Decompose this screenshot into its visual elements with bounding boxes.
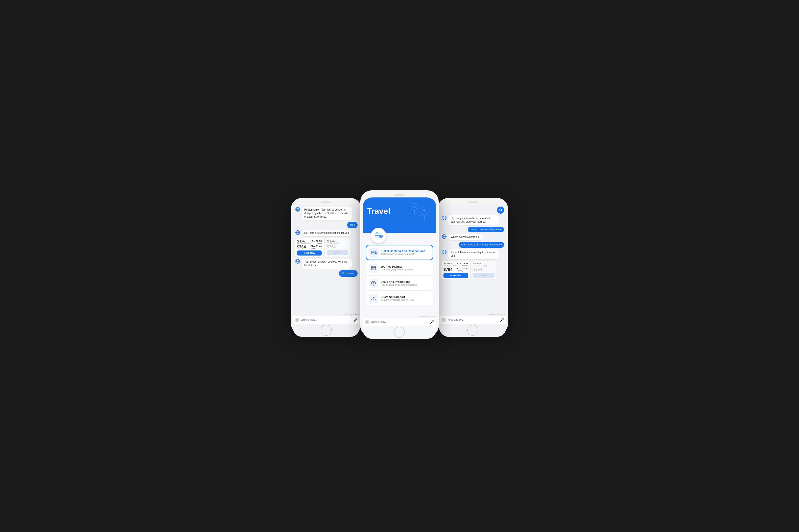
- chat-footer: ✕ 🎤: [363, 318, 436, 326]
- menu-item-text: Journey Planner I can help you plan your…: [381, 265, 413, 271]
- user-bubble: San Francisco on 28th July from Sydney.: [459, 242, 504, 248]
- message-row: Ok. Thanks.: [295, 270, 358, 277]
- flight-card-dim: Air India 22h 15m (1 Stop) › $764 Book: [471, 261, 496, 280]
- bot-avatar: [441, 215, 447, 221]
- menu-item-ticket-booking[interactable]: Ticket Booking And Reservations Get help…: [366, 245, 433, 260]
- mic-icon[interactable]: 🎤: [430, 320, 434, 324]
- user-bubble: Ok. Thanks.: [339, 270, 358, 277]
- flight-src-city: Sydney: [457, 270, 468, 272]
- message-row: San Francisco on 28th July from Sydney.: [441, 242, 504, 248]
- bot-bubble: Perfect! Here are some flight options fo…: [448, 249, 499, 259]
- message-row: Your ticket has been booked. Here are th…: [295, 259, 358, 269]
- message-row: Ok. Here are some flight options for you: [295, 230, 358, 236]
- menu-item-subtitle: Request immediate help on issue: [381, 299, 414, 301]
- menu-item-title: Journey Planner: [381, 265, 413, 268]
- flight-card-dim: Air India 22h 15m (1 Stop) › $764 Book: [325, 239, 350, 257]
- close-button[interactable]: ✕: [295, 318, 299, 322]
- flight-card-active[interactable]: Air India 22h 15m (1 Stop) FCS 20:55 Fra…: [441, 261, 470, 280]
- airline-name: Air India: [297, 240, 311, 242]
- close-button[interactable]: ✕: [441, 318, 446, 322]
- user-bubble: Can you book me a flight ticket?: [468, 227, 504, 232]
- menu-item-customer-support[interactable]: Customer Support Request immediate help …: [366, 291, 433, 305]
- menu-item-subtitle: I can help you plan your journey: [381, 268, 413, 271]
- flight-cards: Air India 22h 15m (1 Stop) LDN 20:55 Lon…: [295, 239, 358, 257]
- bot-bubble: Hi Stephanie. Your flight to London is d…: [302, 207, 352, 220]
- airline-name: Air India: [443, 262, 457, 265]
- flight-stops: 22h 15m (1 Stop): [473, 265, 487, 266]
- svg-point-12: [413, 206, 416, 208]
- mic-icon[interactable]: 🎤: [353, 318, 358, 322]
- journey-planner-icon: [369, 264, 378, 273]
- flight-dest-city: Francisco: [457, 265, 468, 267]
- powered-by: Powered by botjet.ai: [363, 315, 436, 318]
- svg-point-28: [372, 297, 374, 298]
- book-button[interactable]: Book: [473, 273, 494, 278]
- deals-promotions-icon: [369, 279, 378, 288]
- svg-point-18: [408, 216, 410, 217]
- chat-footer: ✕ 🎤: [439, 316, 506, 324]
- message-row: Hi Stephanie. Your flight to London is d…: [295, 207, 358, 220]
- message-row: Perfect! Here are some flight options fo…: [441, 249, 504, 259]
- customer-support-icon: [369, 294, 378, 303]
- travel-header: Travel: [363, 197, 436, 233]
- svg-point-15: [423, 209, 426, 212]
- bot-bubble: Hi, I am your virtual travel assistant. …: [448, 215, 499, 225]
- flight-price: $764: [443, 267, 453, 272]
- menu-list: Ticket Booking And Reservations Get help…: [363, 243, 436, 315]
- mic-icon[interactable]: 🎤: [500, 318, 504, 322]
- bot-avatar: [441, 249, 447, 255]
- bot-avatar: [295, 230, 301, 235]
- ticket-booking-icon: [369, 248, 379, 257]
- hi-bubble: Hi: [497, 207, 504, 214]
- svg-point-29: [374, 297, 375, 298]
- book-button[interactable]: Book: [327, 250, 348, 255]
- flight-price: $764: [297, 245, 306, 249]
- airline-name: Air India: [327, 240, 340, 242]
- message-row: Can you book me a flight ticket?: [441, 227, 504, 232]
- message-row: Hi, I am your virtual travel assistant. …: [441, 215, 504, 225]
- message-row: Hi: [441, 207, 504, 214]
- svg-point-17: [410, 217, 411, 218]
- flight-cards: Air India 22h 15m (1 Stop) FCS 20:55 Fra…: [441, 261, 504, 280]
- menu-item-text: Customer Support Request immediate help …: [381, 296, 414, 301]
- left-phone: Hi Stephanie. Your flight to London is d…: [291, 198, 362, 334]
- right-phone: Hi Hi, I am your virtual travel assistan…: [437, 198, 508, 334]
- reply-input[interactable]: [301, 318, 352, 321]
- book-now-button[interactable]: Book Now: [297, 250, 322, 255]
- flight-src-city: Sydney: [311, 247, 322, 249]
- reply-input[interactable]: [448, 318, 498, 321]
- flight-src-time: SDY 21:40: [311, 245, 322, 247]
- menu-item-text: Deals And Promotions Find all active dea…: [381, 280, 417, 286]
- bot-bubble: Ok. Here are some flight options for you: [302, 230, 351, 236]
- menu-item-subtitle: Find all active deals and promotions: [381, 284, 417, 286]
- chat-footer: ✕ 🎤: [293, 316, 360, 324]
- close-button[interactable]: ✕: [365, 320, 369, 324]
- scene: Hi Stephanie. Your flight to London is d…: [286, 188, 513, 344]
- message-row: Sure: [295, 222, 358, 228]
- globe-float-icon: [371, 228, 386, 243]
- menu-item-deals-promotions[interactable]: Deals And Promotions Find all active dea…: [366, 276, 433, 290]
- powered-by: Powered by botjet.ai: [293, 313, 360, 316]
- flight-stops: 22h 15m (1 Stop): [443, 265, 457, 266]
- flight-src-time: SDY 21:40: [457, 267, 468, 270]
- menu-item-title: Ticket Booking And Reservations: [381, 249, 425, 252]
- menu-item-subtitle: Get help with booking your ticket.: [381, 253, 425, 255]
- flight-dest-time: FCS 20:55: [457, 262, 468, 265]
- airline-name: Air India: [473, 262, 487, 265]
- svg-rect-19: [375, 234, 380, 238]
- menu-item-title: Customer Support: [381, 296, 414, 299]
- bot-avatar: [295, 259, 301, 264]
- book-now-button[interactable]: Book Now: [443, 273, 468, 278]
- flight-stops: 22h 15m (1 Stop): [327, 242, 340, 244]
- bot-avatar: [295, 207, 301, 212]
- flight-card-active[interactable]: Air India 22h 15m (1 Stop) LDN 20:55 Lon…: [295, 239, 324, 257]
- menu-item-journey-planner[interactable]: Journey Planner I can help you plan your…: [366, 261, 433, 275]
- bot-avatar: [441, 234, 447, 239]
- powered-by: Powered by botjet.ai: [439, 313, 506, 316]
- reply-input[interactable]: [371, 320, 428, 323]
- flight-price: $764: [473, 267, 494, 272]
- center-phone: Travel: [360, 190, 439, 337]
- message-row: Where do you want to go?: [441, 234, 504, 240]
- bot-bubble: Where do you want to go?: [448, 234, 483, 240]
- menu-item-title: Deals And Promotions: [381, 280, 417, 283]
